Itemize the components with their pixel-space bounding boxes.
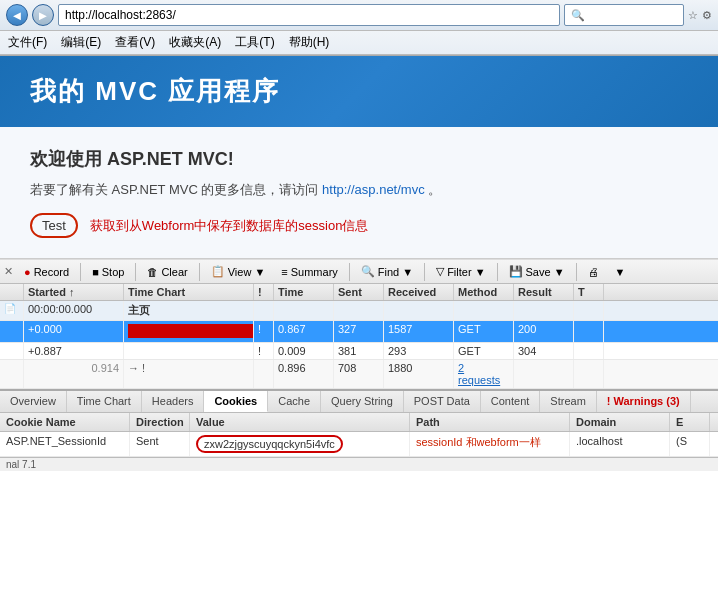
more-button[interactable]: ▼: [608, 263, 633, 281]
separator6: [497, 263, 498, 281]
col-exclaim: !: [254, 284, 274, 300]
table-row[interactable]: +0.887 ! 0.009 381 293 GET 304: [0, 343, 718, 360]
col-method: Method: [454, 284, 514, 300]
filter-icon: ▽: [436, 265, 444, 278]
find-icon: 🔍: [361, 265, 375, 278]
col-direction: Direction: [130, 413, 190, 431]
record-icon: ●: [24, 266, 31, 278]
save-button[interactable]: 💾 Save ▼: [502, 262, 572, 281]
cookie-value-cell: zxw2zjgyscuyqqckyn5i4vfc: [190, 432, 410, 456]
separator2: [135, 263, 136, 281]
search-bar[interactable]: 🔍: [564, 4, 684, 26]
row-received: 1587: [384, 321, 454, 342]
back-button[interactable]: ◄: [6, 4, 28, 26]
row-timechart: [124, 321, 254, 342]
separator4: [349, 263, 350, 281]
stop-icon: ■: [92, 266, 99, 278]
tab-overview[interactable]: Overview: [0, 391, 67, 412]
stop-button[interactable]: ■ Stop: [85, 263, 131, 281]
separator: [80, 263, 81, 281]
row-time: 0.896: [274, 360, 334, 388]
col-timechart: Time Chart: [124, 284, 254, 300]
menu-edit[interactable]: 编辑(E): [61, 34, 101, 51]
row-exclaim: !: [254, 343, 274, 359]
status-text: nal 7.1: [6, 459, 36, 470]
view-icon: 📋: [211, 265, 225, 278]
menu-tools[interactable]: 工具(T): [235, 34, 274, 51]
col-received: Received: [384, 284, 454, 300]
test-button-wrapper: Test: [30, 213, 78, 238]
row-received: 293: [384, 343, 454, 359]
clear-button[interactable]: 🗑 Clear: [140, 263, 194, 281]
bottom-panel: Overview Time Chart Headers Cookies Cach…: [0, 389, 718, 457]
menu-view[interactable]: 查看(V): [115, 34, 155, 51]
print-button[interactable]: 🖨: [581, 263, 606, 281]
cookie-extra-cell: (S: [670, 432, 710, 456]
tab-cache[interactable]: Cache: [268, 391, 321, 412]
record-button[interactable]: ● Record: [17, 263, 76, 281]
tab-timechart[interactable]: Time Chart: [67, 391, 142, 412]
summary-button[interactable]: ≡ Summary: [274, 263, 344, 281]
test-session-row: Test 获取到从Webform中保存到数据库的session信息: [30, 213, 688, 238]
col-time: Time: [274, 284, 334, 300]
row-label: 主页: [124, 301, 254, 320]
cookie-value-highlight: zxw2zjgyscuyqqckyn5i4vfc: [196, 435, 343, 453]
tab-bar: Overview Time Chart Headers Cookies Cach…: [0, 391, 718, 413]
star-icon[interactable]: ☆: [688, 9, 698, 22]
tab-querystring[interactable]: Query String: [321, 391, 404, 412]
page-content: 欢迎使用 ASP.NET MVC! 若要了解有关 ASP.NET MVC 的更多…: [0, 127, 718, 259]
clear-icon: 🗑: [147, 266, 158, 278]
fiddler-toolbar: ✕ ● Record ■ Stop 🗑 Clear 📋 View ▼ ≡ Sum…: [0, 259, 718, 284]
tab-stream[interactable]: Stream: [540, 391, 596, 412]
tab-cookies[interactable]: Cookies: [204, 391, 268, 412]
tab-warnings[interactable]: ! Warnings (3): [597, 391, 691, 412]
col-path: Path: [410, 413, 570, 431]
cookie-table-header: Cookie Name Direction Value Path Domain …: [0, 413, 718, 432]
find-button[interactable]: 🔍 Find ▼: [354, 262, 420, 281]
session-text: 获取到从Webform中保存到数据库的session信息: [90, 217, 369, 235]
time-chart-bar: [128, 324, 254, 338]
menu-favorites[interactable]: 收藏夹(A): [169, 34, 221, 51]
tab-content[interactable]: Content: [481, 391, 541, 412]
settings-icon[interactable]: ⚙: [702, 9, 712, 22]
menu-file[interactable]: 文件(F): [8, 34, 47, 51]
row-sent: 381: [334, 343, 384, 359]
browser-extras: ☆ ⚙: [688, 9, 712, 22]
col-domain: Domain: [570, 413, 670, 431]
filter-button[interactable]: ▽ Filter ▼: [429, 262, 492, 281]
table-row[interactable]: 📄 00:00:00.000 主页: [0, 301, 718, 321]
col-type: T: [574, 284, 604, 300]
save-icon: 💾: [509, 265, 523, 278]
row-sent: 708: [334, 360, 384, 388]
row-icon: 📄: [0, 301, 24, 320]
row-timestamp: 0.914: [24, 360, 124, 388]
status-bar: nal 7.1: [0, 457, 718, 471]
tab-postdata[interactable]: POST Data: [404, 391, 481, 412]
table-row[interactable]: +0.000 ! 0.867 327 1587 GET 200: [0, 321, 718, 343]
address-bar[interactable]: [58, 4, 560, 26]
welcome-title: 欢迎使用 ASP.NET MVC!: [30, 147, 688, 171]
test-button[interactable]: Test: [32, 215, 76, 236]
welcome-text: 若要了解有关 ASP.NET MVC 的更多信息，请访问 http://asp.…: [30, 181, 688, 199]
list-item[interactable]: ASP.NET_SessionId Sent zxw2zjgyscuyqqcky…: [0, 432, 718, 457]
browser-chrome: ◄ ► 🔍 ☆ ⚙ 文件(F) 编辑(E) 查看(V) 收藏夹(A) 工具(T)…: [0, 0, 718, 56]
tab-headers[interactable]: Headers: [142, 391, 205, 412]
forward-button[interactable]: ►: [32, 4, 54, 26]
menu-help[interactable]: 帮助(H): [289, 34, 330, 51]
cookie-name-cell: ASP.NET_SessionId: [0, 432, 130, 456]
row-method: GET: [454, 321, 514, 342]
col-sent: Sent: [334, 284, 384, 300]
page-header: 我的 MVC 应用程序: [0, 56, 718, 127]
row-time: 0.867: [274, 321, 334, 342]
row-timechart: [124, 343, 254, 359]
col-started: Started ↑: [24, 284, 124, 300]
row-started: 00:00:00.000: [24, 301, 124, 320]
mvc-link[interactable]: http://asp.net/mvc: [322, 182, 425, 197]
row-summary: 2 requests: [454, 360, 514, 388]
cookie-table: Cookie Name Direction Value Path Domain …: [0, 413, 718, 457]
table-row-summary: 0.914 → ! 0.896 708 1880 2 requests: [0, 360, 718, 389]
menu-bar: 文件(F) 编辑(E) 查看(V) 收藏夹(A) 工具(T) 帮助(H): [0, 31, 718, 55]
summary-icon: ≡: [281, 266, 287, 278]
view-button[interactable]: 📋 View ▼: [204, 262, 273, 281]
col-cookie-name: Cookie Name: [0, 413, 130, 431]
